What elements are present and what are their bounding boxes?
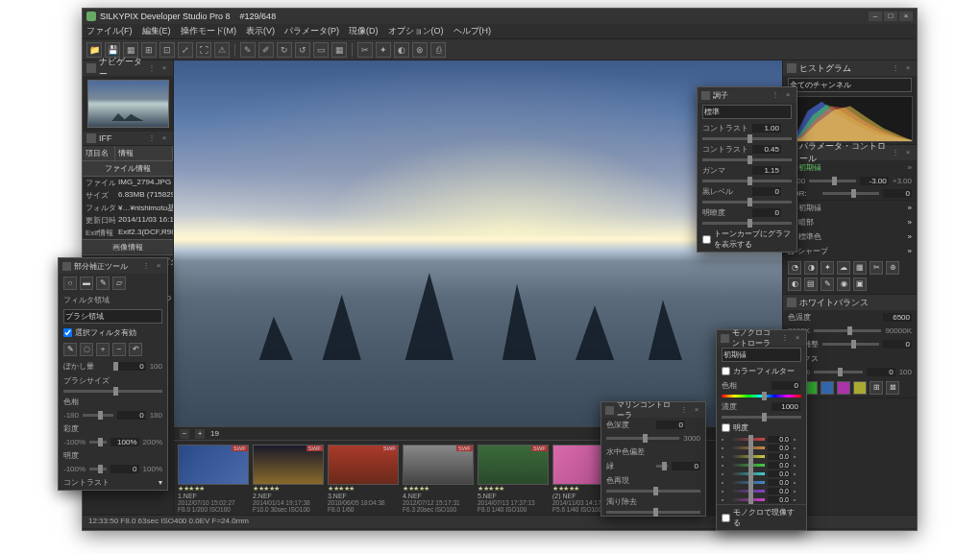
wb-grid-icon[interactable]: ⊞ — [870, 381, 883, 395]
adj-icon-12[interactable]: ▣ — [853, 277, 867, 291]
tool-rect-icon[interactable]: ▭ — [313, 42, 329, 58]
panel-close-icon[interactable]: × — [793, 333, 802, 343]
mono-apply-checkbox[interactable] — [722, 514, 730, 522]
tool-x-icon[interactable]: ⊗ — [412, 42, 428, 58]
adj-icon-4[interactable]: ☁ — [837, 261, 850, 275]
hdr-slider[interactable] — [822, 192, 879, 195]
minimize-button[interactable]: – — [869, 12, 882, 21]
adj-icon-6[interactable]: ✂ — [870, 261, 883, 275]
thumb-rating[interactable]: ★★★★★ — [328, 485, 399, 493]
mono-hue-slider[interactable] — [722, 395, 801, 397]
tool-sel-icon[interactable]: ✂ — [357, 42, 373, 58]
hue-slider[interactable] — [83, 414, 113, 417]
tone-center-slider[interactable] — [702, 158, 792, 161]
tone-center-value[interactable]: 0.45 — [752, 145, 781, 154]
partial-grad-icon[interactable]: ▬ — [80, 277, 93, 290]
filmstrip-thumb[interactable]: SWF ★★★★★ 3.NEF 2010/06/05 18:04:38 F8.0… — [328, 445, 399, 513]
mono-channel-slider[interactable]: 0.0 — [717, 444, 806, 452]
panel-close-icon[interactable]: × — [692, 405, 701, 415]
panel-menu-icon[interactable]: ⋮ — [141, 261, 151, 271]
sat-slider[interactable] — [89, 441, 106, 444]
adj-icon-3[interactable]: ✦ — [821, 261, 834, 275]
thumb-rating[interactable]: ★★★★★ — [178, 485, 249, 493]
tone-curve-checkbox[interactable] — [702, 235, 711, 244]
thumb-rating[interactable]: ★★★★★ — [253, 485, 324, 493]
adj-icon-10[interactable]: ✎ — [821, 277, 834, 291]
lightness-checkbox[interactable] — [722, 423, 730, 432]
mono-channel-slider[interactable]: 0.0 — [717, 495, 806, 504]
close-button[interactable]: × — [899, 12, 913, 21]
panel-close-icon[interactable]: × — [159, 63, 169, 73]
brush-size-slider[interactable] — [63, 390, 162, 393]
mono-channel-slider[interactable]: 0.0 — [717, 452, 806, 461]
bright-slider[interactable] — [89, 468, 106, 470]
tool-wand-icon[interactable]: ✦ — [376, 42, 391, 58]
thumb-rating[interactable]: ★★★★★ — [403, 485, 474, 493]
mono-density-slider[interactable] — [722, 416, 801, 419]
filmstrip-thumb[interactable]: SWF ★★★★★ 1.NEF 2012/07/10 15:02:27 F8.0… — [178, 445, 249, 513]
brush-area-select[interactable]: ブラシ領域 — [63, 309, 162, 324]
marine-depth-slider[interactable] — [606, 437, 679, 440]
panel-menu-icon[interactable]: ⋮ — [147, 63, 157, 73]
filmstrip-thumb[interactable]: SWF ★★★★★ 4.NEF 2012/07/12 15:17:31 F6.3… — [403, 445, 474, 513]
tone-black-value[interactable]: 0 — [752, 187, 781, 196]
panel-close-icon[interactable]: × — [903, 63, 913, 73]
swatch-yellow[interactable] — [853, 381, 867, 395]
tool-brush-icon[interactable]: ✐ — [258, 42, 274, 58]
tool-warn-icon[interactable]: ⚠ — [214, 42, 230, 58]
wb-shift-slider[interactable] — [822, 343, 879, 346]
panel-close-icon[interactable]: × — [159, 133, 169, 143]
panel-menu-icon[interactable]: ⋮ — [891, 148, 900, 157]
preview-viewport[interactable] — [174, 60, 782, 426]
tool-fit-icon[interactable]: ⛶ — [196, 42, 211, 58]
mono-channel-slider[interactable]: 0.0 — [717, 435, 806, 444]
expand-icon[interactable]: » — [908, 163, 912, 172]
panel-menu-icon[interactable]: ⋮ — [771, 90, 780, 100]
exposure-slider[interactable] — [809, 180, 856, 182]
adj-icon-9[interactable]: ▤ — [804, 277, 818, 291]
menu-file[interactable]: ファイル(F) — [86, 25, 133, 37]
menu-view[interactable]: 表示(V) — [246, 25, 275, 37]
adj-icon-8[interactable]: ◐ — [788, 277, 801, 291]
menu-option[interactable]: オプション(O) — [388, 25, 444, 37]
tool-expand-icon[interactable]: ⤢ — [178, 42, 193, 58]
zoom-in-button[interactable]: + — [195, 429, 205, 439]
tone-contrast-value[interactable]: 1.00 — [752, 124, 781, 132]
partial-undo-icon[interactable]: ↶ — [129, 343, 142, 356]
filter-enable-checkbox[interactable] — [63, 328, 72, 337]
histogram-channel-select[interactable]: 全てのチャンネル — [788, 78, 912, 92]
tool-rot-icon[interactable]: ↻ — [277, 42, 292, 58]
menu-mode[interactable]: 操作モード(M) — [181, 25, 237, 37]
tool-pipette-icon[interactable]: ✎ — [240, 42, 256, 58]
tone-contrast-slider[interactable] — [702, 137, 792, 140]
menu-help[interactable]: ヘルプ(H) — [453, 25, 492, 37]
menu-develop[interactable]: 現像(D) — [349, 25, 379, 37]
zoom-out-button[interactable]: − — [180, 429, 189, 439]
tone-gamma-value[interactable]: 1.15 — [752, 166, 781, 175]
maximize-button[interactable]: □ — [884, 12, 897, 21]
chevron-down-icon[interactable]: ▾ — [159, 478, 162, 487]
tool-grid-icon[interactable]: ▦ — [331, 42, 347, 58]
menu-edit[interactable]: 編集(E) — [142, 25, 171, 37]
filmstrip-thumb[interactable]: SWF ★★★★★ 5.NEF 2014/07/13 17:37:13 F8.0… — [478, 445, 549, 513]
partial-circle-icon[interactable]: ○ — [63, 277, 77, 290]
swatch-blue[interactable] — [821, 381, 834, 395]
tone-black-slider[interactable] — [702, 201, 792, 204]
swatch-magenta[interactable] — [837, 381, 850, 395]
wb-mix-value[interactable]: 0 — [867, 368, 895, 376]
tone-gamma-slider[interactable] — [702, 180, 792, 182]
marine-muddy-slider[interactable] — [606, 511, 700, 514]
adj-icon-7[interactable]: ⊕ — [886, 261, 899, 275]
tone-clarity-slider[interactable] — [702, 222, 792, 225]
adj-icon-2[interactable]: ◑ — [804, 261, 818, 275]
tool-mask-icon[interactable]: ◐ — [394, 42, 409, 58]
mono-channel-slider[interactable]: 0.0 — [717, 478, 806, 487]
hdr-value[interactable]: 0 — [883, 189, 912, 198]
wb-lock-icon[interactable]: ⊠ — [886, 381, 899, 395]
wb-temp-slider[interactable] — [814, 329, 881, 332]
tool-print-icon[interactable]: ⎙ — [430, 42, 446, 58]
partial-polygon-icon[interactable]: ▱ — [112, 277, 126, 290]
panel-close-icon[interactable]: × — [154, 261, 163, 271]
tool-5-icon[interactable]: ⊡ — [159, 42, 175, 58]
mono-init-select[interactable]: 初期値 — [722, 348, 801, 362]
